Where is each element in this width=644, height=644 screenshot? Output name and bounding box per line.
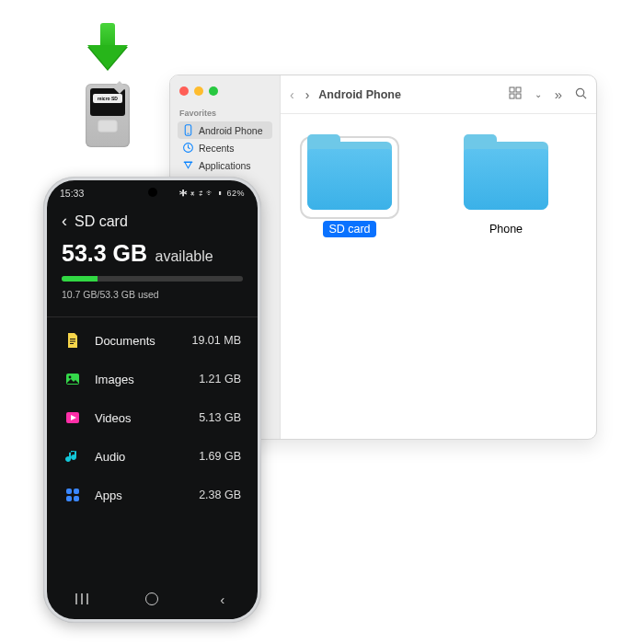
download-arrow-icon <box>87 23 128 78</box>
category-size: 1.21 GB <box>199 373 241 385</box>
folder-label: Phone <box>484 221 528 237</box>
svg-point-15 <box>69 376 72 379</box>
category-label: Apps <box>95 489 199 502</box>
sim-tray: micro SD <box>86 84 130 147</box>
sidebar-item-recents[interactable]: Recents <box>178 139 272 156</box>
back-button[interactable]: ‹ <box>62 212 67 231</box>
status-icons: ✱ ⌘ ⇄ ᯤ ▮ <box>179 189 224 198</box>
svg-rect-1 <box>187 133 189 134</box>
nav-recents-button[interactable] <box>68 590 96 608</box>
status-time: 15:33 <box>60 188 84 199</box>
folder-icon <box>305 142 394 213</box>
close-icon[interactable] <box>179 86 189 96</box>
folder-icon <box>462 142 550 213</box>
svg-rect-20 <box>74 496 79 501</box>
category-size: 2.38 GB <box>199 489 241 501</box>
apps-icon <box>182 159 194 171</box>
svg-rect-11 <box>70 339 75 339</box>
folder-sd-card[interactable]: SD card <box>299 142 400 237</box>
status-battery: 62% <box>226 189 245 198</box>
sidebar-item-label: Recents <box>199 143 235 154</box>
folder-phone[interactable]: Phone <box>455 142 557 237</box>
storage-summary: 53.3 GB available 10.7 GB/53.3 GB used <box>47 235 258 309</box>
svg-rect-3 <box>184 161 193 163</box>
nav-back-button[interactable]: ‹ <box>209 590 236 608</box>
category-list: Documents 19.01 MB Images 1.21 GB Videos… <box>47 317 258 514</box>
search-button[interactable] <box>575 87 587 102</box>
storage-bar-fill <box>62 276 98 282</box>
favorites-heading: Favorites <box>179 109 270 118</box>
storage-used-text: 10.7 GB/53.3 GB used <box>62 289 243 300</box>
sd-insert-graphic: micro SD <box>77 23 138 147</box>
svg-rect-5 <box>510 87 514 92</box>
svg-rect-17 <box>66 489 72 494</box>
category-audio[interactable]: Audio 1.69 GB <box>54 437 250 476</box>
chevron-down-icon[interactable]: ⌄ <box>535 89 542 99</box>
finder-title: Android Phone <box>318 88 500 101</box>
category-images[interactable]: Images 1.21 GB <box>54 360 250 398</box>
phone-frame: 15:33 ✱ ⌘ ⇄ ᯤ ▮ 62% ‹ SD card 53.3 GB av… <box>43 177 261 623</box>
nav-back-button[interactable]: ‹ <box>290 87 294 102</box>
finder-content: SD card Phone <box>281 114 596 439</box>
videos-icon <box>63 408 82 427</box>
documents-icon <box>63 331 82 350</box>
clock-icon <box>182 142 194 154</box>
camera-notch <box>148 188 157 197</box>
screen-header: ‹ SD card <box>47 201 258 235</box>
category-size: 5.13 GB <box>199 411 241 424</box>
svg-rect-13 <box>70 343 74 344</box>
share-button[interactable]: » <box>555 86 562 102</box>
phone-icon <box>182 124 194 136</box>
svg-rect-8 <box>516 94 521 98</box>
folder-label: SD card <box>323 221 375 237</box>
svg-point-9 <box>576 88 583 96</box>
view-grid-button[interactable] <box>509 86 522 102</box>
screen-title: SD card <box>75 213 128 230</box>
category-label: Videos <box>95 411 199 425</box>
category-apps[interactable]: Apps 2.38 GB <box>54 476 250 514</box>
svg-rect-12 <box>70 341 75 342</box>
category-documents[interactable]: Documents 19.01 MB <box>54 321 250 360</box>
nav-home-button[interactable] <box>138 590 166 608</box>
phone-screen: 15:33 ✱ ⌘ ⇄ ᯤ ▮ 62% ‹ SD card 53.3 GB av… <box>47 180 258 619</box>
svg-rect-19 <box>66 496 72 501</box>
window-controls[interactable] <box>178 85 272 105</box>
sidebar-item-label: Android Phone <box>199 125 262 136</box>
category-label: Audio <box>95 450 199 464</box>
svg-rect-7 <box>510 94 514 98</box>
apps-icon <box>63 486 82 504</box>
images-icon <box>63 370 82 388</box>
storage-bar <box>62 276 243 282</box>
minimize-icon[interactable] <box>194 86 203 96</box>
maximize-icon[interactable] <box>209 86 218 96</box>
category-videos[interactable]: Videos 5.13 GB <box>54 398 250 437</box>
svg-rect-18 <box>74 489 79 494</box>
microsd-icon: micro SD <box>90 88 125 116</box>
audio-icon <box>63 447 82 466</box>
category-label: Images <box>95 373 199 386</box>
finder-toolbar: ‹ › Android Phone ⌄ » <box>281 75 596 114</box>
sidebar-item-android-phone[interactable]: Android Phone <box>178 121 272 139</box>
sidebar-item-applications[interactable]: Applications <box>178 156 272 174</box>
storage-available-label: available <box>155 248 213 264</box>
android-navbar: ‹ <box>47 584 258 614</box>
category-size: 19.01 MB <box>191 334 241 347</box>
svg-rect-6 <box>516 87 521 92</box>
category-label: Documents <box>95 334 191 348</box>
category-size: 1.69 GB <box>199 450 241 463</box>
svg-line-10 <box>583 95 586 98</box>
sidebar-item-label: Applications <box>199 160 251 171</box>
nav-forward-button[interactable]: › <box>305 87 310 102</box>
storage-amount: 53.3 GB <box>62 240 147 266</box>
